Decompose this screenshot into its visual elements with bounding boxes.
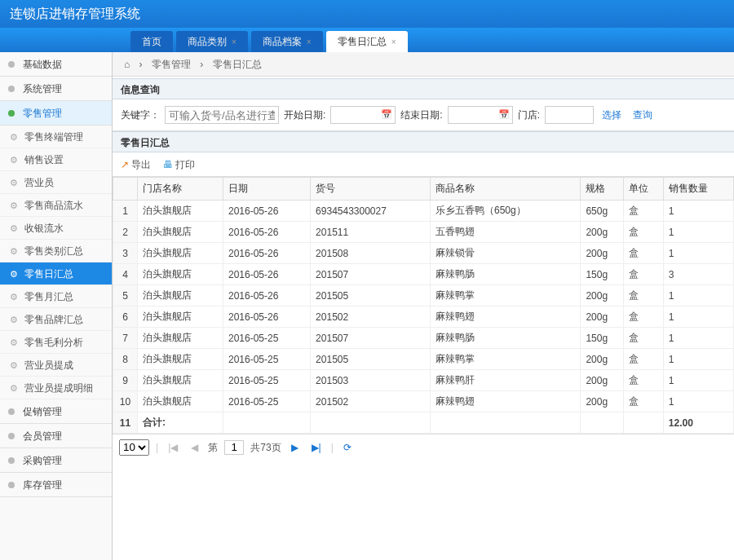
col-header[interactable]: 商品名称 <box>431 178 581 201</box>
last-page-button[interactable]: ▶| <box>308 434 325 461</box>
tab-商品档案[interactable]: 商品档案× <box>251 31 323 52</box>
close-icon[interactable]: × <box>307 37 312 46</box>
table-row[interactable]: 2泊头旗舰店2016-05-26201511五香鸭翅200g盒1 <box>113 222 734 243</box>
total-pages: 共73页 <box>250 434 281 461</box>
close-icon[interactable]: × <box>232 37 237 46</box>
sidebar-group-零售管理[interactable]: 零售管理 <box>0 101 112 126</box>
sidebar-group-系统管理[interactable]: 系统管理 <box>0 77 112 101</box>
store-label: 门店: <box>518 108 540 122</box>
sidebar-item-零售商品流水[interactable]: 零售商品流水 <box>0 194 112 217</box>
store-input[interactable] <box>545 106 594 124</box>
app-title: 连锁店进销存管理系统 <box>10 7 140 20</box>
crumb-level-1[interactable]: 零售管理 <box>152 59 191 70</box>
sidebar: 基础数据系统管理零售管理零售终端管理销售设置营业员零售商品流水收银流水零售类别汇… <box>0 52 113 560</box>
table-row[interactable]: 1泊头旗舰店2016-05-266934543300027乐乡五香鸭（650g）… <box>113 201 734 222</box>
col-header[interactable]: 销售数量 <box>663 178 733 201</box>
grid-toolbar: ↗导出 🖶打印 <box>113 152 734 177</box>
sidebar-item-营业员提成明细[interactable]: 营业员提成明细 <box>0 377 112 399</box>
sidebar-item-零售终端管理[interactable]: 零售终端管理 <box>0 126 112 148</box>
sidebar-group-基础数据[interactable]: 基础数据 <box>0 52 112 77</box>
pager: 10 | |◀ ◀ 第 共73页 ▶ ▶| | ⟳ <box>113 434 734 460</box>
search-panel-title: 信息查询 <box>113 78 734 99</box>
sidebar-item-营业员[interactable]: 营业员 <box>0 171 112 194</box>
sidebar-group-会员管理[interactable]: 会员管理 <box>0 424 112 448</box>
col-header[interactable]: 规格 <box>581 178 624 201</box>
table-row[interactable]: 9泊头旗舰店2016-05-25201503麻辣鸭肝200g盒1 <box>113 370 734 391</box>
col-header[interactable]: 门店名称 <box>138 178 223 201</box>
table-row[interactable]: 5泊头旗舰店2016-05-26201505麻辣鸭掌200g盒1 <box>113 285 734 306</box>
table-row[interactable]: 8泊头旗舰店2016-05-25201505麻辣鸭掌200g盒1 <box>113 349 734 370</box>
col-header[interactable]: 日期 <box>223 178 310 201</box>
refresh-button[interactable]: ⟳ <box>340 434 355 461</box>
tab-零售日汇总[interactable]: 零售日汇总× <box>326 31 408 52</box>
export-icon: ↗ <box>121 159 129 170</box>
query-button[interactable]: 查询 <box>633 108 652 122</box>
end-date-label: 结束日期: <box>400 108 442 122</box>
grid-title: 零售日汇总 <box>113 131 734 152</box>
sidebar-item-零售月汇总[interactable]: 零售月汇总 <box>0 285 112 308</box>
first-page-button[interactable]: |◀ <box>165 434 181 461</box>
close-icon[interactable]: × <box>391 37 396 46</box>
export-button[interactable]: ↗导出 <box>121 159 151 170</box>
sidebar-item-收银流水[interactable]: 收银流水 <box>0 217 112 240</box>
sidebar-item-销售设置[interactable]: 销售设置 <box>0 148 112 171</box>
page-size-select[interactable]: 10 <box>119 439 149 456</box>
table-row[interactable]: 6泊头旗舰店2016-05-26201502麻辣鸭翅200g盒1 <box>113 306 734 328</box>
calendar-icon[interactable] <box>381 108 394 121</box>
next-page-button[interactable]: ▶ <box>288 434 302 461</box>
calendar-icon[interactable] <box>498 108 511 121</box>
col-header[interactable]: 单位 <box>624 178 664 201</box>
crumb-level-2: 零售日汇总 <box>213 59 262 70</box>
page-input[interactable] <box>224 440 244 455</box>
page-prefix: 第 <box>208 434 218 461</box>
col-header[interactable]: 货号 <box>311 178 431 201</box>
data-table: 门店名称日期货号商品名称规格单位销售数量 1泊头旗舰店2016-05-26693… <box>113 177 734 434</box>
sidebar-item-零售毛利分析[interactable]: 零售毛利分析 <box>0 331 112 354</box>
start-date-label: 开始日期: <box>284 108 325 122</box>
sidebar-item-零售类别汇总[interactable]: 零售类别汇总 <box>0 240 112 262</box>
prev-page-button[interactable]: ◀ <box>188 434 201 461</box>
total-row: 11合计:12.00 <box>113 412 734 434</box>
print-button[interactable]: 🖶打印 <box>163 159 195 170</box>
sidebar-item-零售日汇总[interactable]: 零售日汇总 <box>0 262 112 285</box>
table-row[interactable]: 10泊头旗舰店2016-05-25201502麻辣鸭翅200g盒1 <box>113 391 734 412</box>
main-panel: ⌂ › 零售管理 › 零售日汇总 信息查询 关键字： 开始日期: 结束日期: 门… <box>113 52 734 560</box>
tab-商品类别[interactable]: 商品类别× <box>176 31 248 52</box>
search-row: 关键字： 开始日期: 结束日期: 门店: 选择 查询 <box>113 99 734 131</box>
app-header: 连锁店进销存管理系统 <box>0 0 734 28</box>
tab-首页[interactable]: 首页 <box>130 31 173 52</box>
sidebar-group-库存管理[interactable]: 库存管理 <box>0 473 112 497</box>
table-row[interactable]: 4泊头旗舰店2016-05-26201507麻辣鸭肠150g盒3 <box>113 264 734 285</box>
breadcrumb: ⌂ › 零售管理 › 零售日汇总 <box>113 52 734 77</box>
table-row[interactable]: 3泊头旗舰店2016-05-26201508麻辣锁骨200g盒1 <box>113 243 734 264</box>
sidebar-group-促销管理[interactable]: 促销管理 <box>0 399 112 424</box>
print-icon: 🖶 <box>163 159 173 170</box>
table-row[interactable]: 7泊头旗舰店2016-05-25201507麻辣鸭肠150g盒1 <box>113 328 734 349</box>
keyword-label: 关键字： <box>121 108 160 122</box>
home-icon[interactable]: ⌂ <box>124 59 130 70</box>
sidebar-group-采购管理[interactable]: 采购管理 <box>0 448 112 473</box>
sidebar-item-零售品牌汇总[interactable]: 零售品牌汇总 <box>0 308 112 331</box>
sidebar-item-营业员提成[interactable]: 营业员提成 <box>0 354 112 377</box>
tab-bar: 首页商品类别×商品档案×零售日汇总× <box>0 28 734 52</box>
keyword-input[interactable] <box>165 106 279 124</box>
select-store-link[interactable]: 选择 <box>602 108 621 122</box>
